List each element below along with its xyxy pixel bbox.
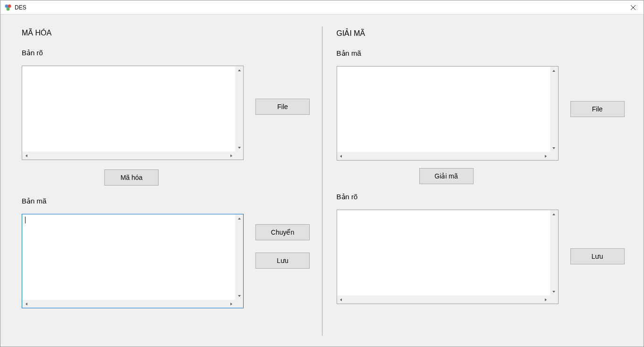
decrypt-heading: GIẢI MÃ	[337, 29, 627, 38]
encrypt-save-button[interactable]: Lưu	[255, 253, 310, 269]
scroll-right-icon	[227, 300, 235, 308]
encrypt-plaintext-label: Bản rõ	[22, 49, 313, 57]
scroll-up-icon	[550, 67, 558, 75]
encrypt-plaintext-textarea[interactable]	[22, 66, 235, 152]
decrypt-button[interactable]: Giải mã	[419, 168, 474, 184]
scroll-left-icon	[337, 152, 345, 160]
scroll-corner	[235, 300, 243, 308]
decrypt-plaintext-label: Bản rõ	[337, 193, 627, 201]
scrollbar-horizontal[interactable]	[337, 296, 550, 304]
decrypt-panel: GIẢI MÃ Bản mã	[322, 19, 637, 343]
titlebar-left: DES	[4, 4, 26, 11]
scrollbar-vertical[interactable]	[235, 66, 243, 152]
scrollbar-vertical[interactable]	[550, 210, 558, 296]
scroll-up-icon	[235, 66, 243, 74]
scroll-down-icon	[550, 144, 558, 152]
encrypt-ciphertext-textarea-wrap	[22, 214, 244, 308]
decrypt-plaintext-textarea[interactable]	[337, 210, 550, 296]
scrollbar-horizontal[interactable]	[22, 300, 235, 308]
encrypt-heading: MÃ HÓA	[22, 29, 313, 37]
app-icon	[4, 4, 12, 11]
scroll-corner	[235, 152, 243, 160]
scrollbar-vertical[interactable]	[235, 214, 243, 300]
scroll-up-icon	[550, 210, 558, 218]
scroll-up-icon	[235, 214, 243, 222]
encrypt-button[interactable]: Mã hóa	[104, 169, 159, 186]
scrollbar-vertical[interactable]	[550, 67, 558, 152]
svg-point-1	[8, 4, 11, 8]
encrypt-plaintext-textarea-wrap	[22, 66, 244, 160]
decrypt-save-button[interactable]: Lưu	[570, 248, 625, 264]
text-cursor	[25, 217, 25, 223]
close-button[interactable]	[622, 0, 644, 15]
scroll-down-icon	[235, 144, 243, 152]
titlebar: DES	[0, 0, 644, 15]
scroll-down-icon	[550, 288, 558, 296]
svg-point-2	[7, 7, 10, 10]
decrypt-file-button[interactable]: File	[570, 101, 625, 117]
decrypt-ciphertext-textarea-wrap	[337, 66, 559, 161]
app-window: DES MÃ HÓA Bản rõ	[0, 0, 644, 347]
decrypt-ciphertext-label: Bản mã	[337, 49, 627, 58]
scroll-right-icon	[542, 152, 550, 160]
svg-point-0	[5, 4, 8, 8]
scroll-right-icon	[542, 296, 550, 304]
scroll-left-icon	[337, 296, 345, 304]
content-area: MÃ HÓA Bản rõ	[8, 19, 636, 343]
encrypt-panel: MÃ HÓA Bản rõ	[8, 19, 322, 343]
scroll-left-icon	[22, 152, 30, 160]
transfer-button[interactable]: Chuyển	[255, 224, 310, 240]
decrypt-plaintext-textarea-wrap	[337, 210, 559, 304]
scroll-corner	[550, 152, 558, 160]
scroll-right-icon	[227, 152, 235, 160]
scroll-down-icon	[235, 292, 243, 300]
scroll-corner	[550, 296, 558, 304]
scrollbar-horizontal[interactable]	[22, 152, 235, 160]
scroll-left-icon	[22, 300, 30, 308]
encrypt-file-button[interactable]: File	[255, 99, 310, 115]
encrypt-ciphertext-textarea[interactable]	[22, 214, 235, 300]
close-icon	[631, 5, 636, 10]
decrypt-ciphertext-textarea[interactable]	[337, 67, 550, 152]
encrypt-ciphertext-label: Bản mã	[22, 197, 313, 205]
scrollbar-horizontal[interactable]	[337, 152, 550, 160]
window-title: DES	[15, 4, 26, 11]
